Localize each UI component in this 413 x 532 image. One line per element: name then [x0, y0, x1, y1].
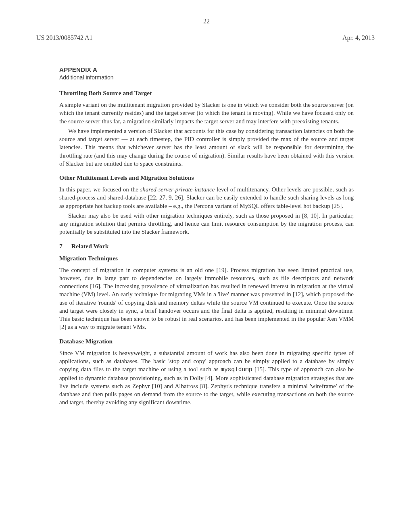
paragraph: The concept of migration in computer sys…: [59, 266, 354, 331]
section-throttling: Throttling Both Source and Target A simp…: [59, 89, 354, 168]
paragraph: Since VM migration is heavyweight, a sub…: [59, 349, 354, 407]
section-heading: Database Migration: [59, 338, 354, 345]
page-number: 22: [203, 18, 210, 25]
section-related-work: 7Related Work: [59, 243, 354, 250]
paragraph: We have implemented a version of Slacker…: [59, 127, 354, 168]
section-migration-techniques: Migration Techniques The concept of migr…: [59, 255, 354, 331]
paragraph: A simple variant on the multitenant migr…: [59, 101, 354, 125]
publication-date: Apr. 4, 2013: [342, 34, 375, 42]
section-heading: Other Multitenant Levels and Migration S…: [59, 174, 354, 181]
section-heading: Migration Techniques: [59, 255, 354, 262]
section-heading: 7Related Work: [59, 243, 354, 250]
appendix-subtitle: Additional information: [59, 74, 354, 81]
section-heading: Throttling Both Source and Target: [59, 89, 354, 97]
paragraph: In this paper, we focused on the shared-…: [59, 185, 354, 210]
appendix-label: APPENDIX A: [59, 66, 354, 73]
italic-text: shared-server-private-instance: [140, 186, 215, 193]
code-text: mysqldump: [221, 366, 252, 373]
page-header: US 2013/0085742 A1 Apr. 4, 2013: [0, 34, 413, 42]
section-multitenant: Other Multitenant Levels and Migration S…: [59, 174, 354, 236]
section-database-migration: Database Migration Since VM migration is…: [59, 338, 354, 407]
paragraph: Slacker may also be used with other migr…: [59, 212, 354, 236]
page-content: APPENDIX A Additional information Thrott…: [59, 66, 354, 413]
publication-number: US 2013/0085742 A1: [36, 34, 93, 42]
section-number: 7: [59, 243, 71, 250]
